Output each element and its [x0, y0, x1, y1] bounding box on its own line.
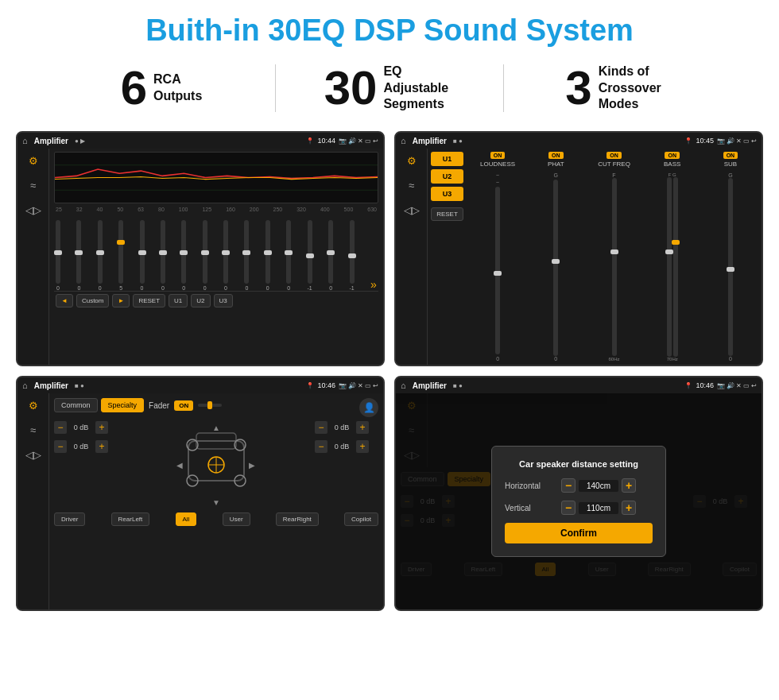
home-icon-3[interactable]: ⌂	[22, 381, 28, 390]
horizontal-minus-btn[interactable]: −	[561, 478, 576, 493]
fader-sidebar-icon2[interactable]: ≈	[30, 424, 36, 436]
eq-sidebar-icon1[interactable]: ⚙	[29, 155, 38, 167]
bass-g-slider[interactable]	[673, 177, 678, 357]
fader-avatar-btn[interactable]: 👤	[359, 398, 378, 417]
eq-play-btn[interactable]: ►	[112, 294, 130, 307]
btn-copilot[interactable]: Copilot	[344, 512, 378, 526]
freq-320: 320	[296, 207, 306, 212]
phat-slider[interactable]	[553, 180, 558, 356]
eq-slider-13[interactable]: -1	[308, 220, 312, 291]
camera-icon-3: 📷	[339, 382, 347, 389]
cutfreq-slider[interactable]	[612, 178, 617, 356]
crossover-reset[interactable]: RESET	[431, 207, 463, 221]
eq-slider-2[interactable]: 0	[76, 220, 81, 291]
crossover-sidebar-icon2[interactable]: ≈	[409, 180, 414, 191]
tab-specialty[interactable]: Specialty	[101, 398, 145, 412]
volume-icon-2: 🔊	[727, 137, 734, 145]
eq-reset-btn[interactable]: RESET	[133, 294, 165, 307]
crossover-sidebar-icon3[interactable]: ◁▷	[404, 204, 420, 216]
fader-topright-plus[interactable]: +	[356, 421, 369, 434]
dialog-overlay: Car speaker distance setting Horizontal …	[396, 393, 762, 609]
eq-slider-12[interactable]: 0	[286, 220, 291, 291]
loudness-on-badge[interactable]: ON	[490, 152, 506, 159]
eq-slider-1[interactable]: 0	[56, 220, 60, 291]
camera-icon: 📷	[339, 137, 347, 145]
eq-u3-btn[interactable]: U3	[214, 294, 233, 307]
fader-bottomleft-plus[interactable]: +	[95, 440, 108, 453]
eq-slider-7[interactable]: 0	[181, 220, 186, 291]
crossover-app-name: Amplifier	[413, 137, 447, 145]
fader-topleft-minus[interactable]: −	[54, 421, 67, 434]
fader-sidebar-icon3[interactable]: ◁▷	[25, 449, 41, 461]
eq-sidebar-icon3[interactable]: ◁▷	[25, 204, 41, 216]
freq-400: 400	[320, 207, 330, 212]
loudness-slider[interactable]	[495, 187, 500, 354]
fader-topleft-plus[interactable]: +	[95, 421, 108, 434]
sub-on-badge[interactable]: ON	[723, 152, 738, 159]
fader-car-diagram: ▲ ▼ ◀ ▶	[122, 421, 310, 509]
fader-bottomright-minus[interactable]: −	[315, 440, 327, 453]
eq-more-arrow[interactable]: »	[370, 278, 377, 291]
fader-topright-minus[interactable]: −	[315, 421, 327, 434]
window-icon-4: ▭	[743, 382, 750, 389]
home-icon-2[interactable]: ⌂	[401, 136, 406, 145]
eq-slider-9[interactable]: 0	[223, 220, 228, 291]
home-icon[interactable]: ⌂	[22, 136, 28, 145]
stat-crossover: 3 Kinds ofCrossover Modes	[504, 64, 731, 113]
phat-on-badge[interactable]: ON	[548, 152, 564, 159]
vertical-plus-btn[interactable]: +	[622, 501, 636, 515]
eq-slider-11[interactable]: 0	[265, 220, 270, 291]
btn-user[interactable]: User	[223, 512, 250, 526]
crossover-col-phat: ON PHAT	[528, 152, 583, 170]
eq-u2-btn[interactable]: U2	[191, 294, 210, 307]
volume-icon-3: 🔊	[348, 382, 356, 389]
eq-slider-8[interactable]: 0	[203, 220, 207, 291]
eq-u1-btn[interactable]: U1	[169, 294, 188, 307]
confirm-button[interactable]: Confirm	[505, 523, 653, 543]
eq-slider-14[interactable]: 0	[328, 220, 333, 291]
crossover-sidebar-icon1[interactable]: ⚙	[407, 155, 417, 167]
freq-250: 250	[273, 207, 283, 212]
fader-left-controls: − 0 dB + − 0 dB +	[54, 421, 118, 509]
btn-rearright[interactable]: RearRight	[276, 512, 319, 526]
bass-on-badge[interactable]: ON	[665, 152, 680, 159]
preset-u2[interactable]: U2	[431, 169, 463, 184]
btn-rearleft[interactable]: RearLeft	[111, 512, 150, 526]
eq-slider-10[interactable]: 0	[244, 220, 249, 291]
cutfreq-on-badge[interactable]: ON	[607, 152, 622, 159]
eq-prev-btn[interactable]: ◄	[56, 294, 73, 307]
fader-on-toggle[interactable]: ON	[174, 400, 193, 411]
fader-time: 10:46	[317, 381, 335, 389]
sub-slider[interactable]	[728, 178, 733, 356]
tab-common[interactable]: Common	[54, 398, 98, 412]
btn-driver[interactable]: Driver	[54, 512, 85, 526]
fader-bottomleft-minus[interactable]: −	[54, 440, 67, 453]
dialog-title: Car speaker distance setting	[505, 459, 653, 469]
home-icon-4[interactable]: ⌂	[401, 381, 406, 390]
btn-all[interactable]: All	[176, 512, 197, 526]
eq-slider-4[interactable]: 5	[118, 220, 123, 291]
preset-u3[interactable]: U3	[431, 187, 463, 201]
fader-left-sidebar: ⚙ ≈ ◁▷	[17, 393, 49, 609]
bass-f-slider[interactable]	[667, 177, 672, 357]
screens-grid: ⌂ Amplifier ● ▶ 📍 10:44 📷 🔊 ✕ ▭ ↩ ⚙ ≈ ◁▷	[0, 125, 779, 617]
vertical-minus-btn[interactable]: −	[561, 501, 576, 515]
eq-slider-6[interactable]: 0	[161, 220, 165, 291]
eq-slider-3[interactable]: 0	[98, 220, 103, 291]
dialog-horizontal-row: Horizontal − 140cm +	[505, 478, 653, 493]
stat-rca-number: 6	[121, 64, 147, 112]
volume-icon: 🔊	[348, 137, 356, 145]
horizontal-plus-btn[interactable]: +	[622, 478, 636, 493]
camera-icon-4: 📷	[717, 382, 725, 389]
fader-location-icon: 📍	[306, 382, 314, 389]
fader-sidebar-icon1[interactable]: ⚙	[29, 400, 38, 412]
back-icon-2: ↩	[751, 137, 757, 145]
eq-sidebar-icon2[interactable]: ≈	[30, 180, 36, 191]
fader-bottomright-plus[interactable]: +	[356, 440, 369, 453]
fader-bottomright-control: − 0 dB +	[315, 440, 378, 453]
preset-u1[interactable]: U1	[431, 152, 463, 166]
eq-main-area: 25 32 40 50 63 80 100 125 160 200 250 32…	[49, 149, 383, 365]
eq-slider-5[interactable]: 0	[140, 220, 145, 291]
eq-slider-15[interactable]: -1	[349, 220, 354, 291]
freq-80: 80	[158, 207, 165, 212]
